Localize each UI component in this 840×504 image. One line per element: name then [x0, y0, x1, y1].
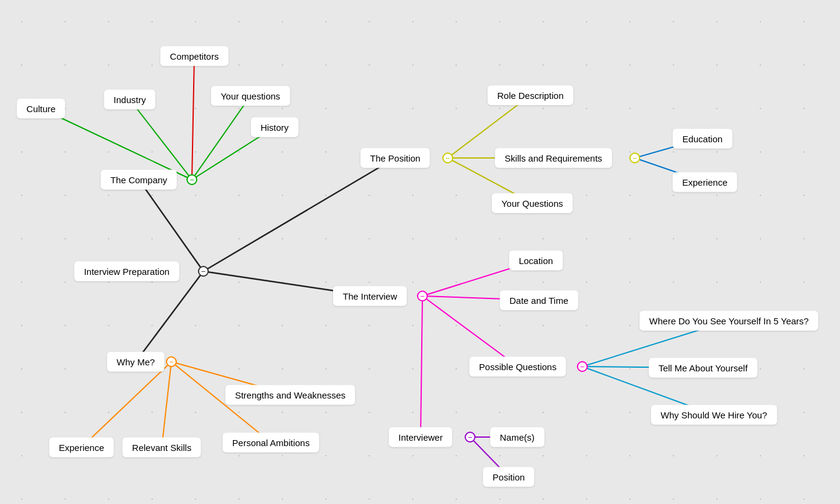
role-description-node[interactable]: Role Description: [488, 86, 573, 106]
interviewer-node[interactable]: Interviewer: [389, 427, 452, 447]
names-node[interactable]: Name(s): [490, 427, 544, 447]
svg-line-23: [81, 362, 171, 447]
where-5years-node[interactable]: Where Do You See Yourself In 5 Years?: [640, 311, 818, 331]
svg-line-1: [203, 158, 395, 271]
strengths-weaknesses-node[interactable]: Strengths and Weaknesses: [225, 385, 355, 405]
interviewer-collapse-dot[interactable]: [465, 432, 476, 443]
history-node[interactable]: History: [251, 118, 299, 137]
svg-line-5: [130, 99, 192, 180]
skills-requirements-node[interactable]: Skills and Requirements: [495, 148, 612, 168]
the-interview-node[interactable]: The Interview: [333, 286, 407, 306]
why-hire-node[interactable]: Why Should We Hire You?: [651, 405, 777, 425]
the-company-node[interactable]: The Company: [101, 170, 177, 190]
position-interviewer-node[interactable]: Position: [483, 467, 534, 487]
possible-questions-node[interactable]: Possible Questions: [469, 357, 566, 377]
experience-whyme-node[interactable]: Experience: [49, 438, 113, 458]
relevant-skills-node[interactable]: Relevant Skills: [122, 438, 201, 458]
location-node[interactable]: Location: [509, 251, 563, 271]
date-time-node[interactable]: Date and Time: [500, 291, 578, 310]
svg-line-17: [421, 296, 422, 437]
svg-line-7: [192, 96, 250, 180]
whyme-collapse-dot[interactable]: [166, 356, 177, 367]
interview-preparation-node[interactable]: Interview Preparation: [74, 262, 179, 282]
center-collapse-dot[interactable]: [198, 266, 209, 277]
svg-line-4: [192, 56, 194, 180]
skills-req-collapse-dot[interactable]: [629, 153, 640, 163]
competitors-node[interactable]: Competitors: [161, 46, 229, 66]
your-questions-company-node[interactable]: Your questions: [211, 86, 290, 106]
tell-me-about-node[interactable]: Tell Me About Yourself: [649, 358, 757, 378]
industry-node[interactable]: Industry: [104, 90, 155, 110]
your-questions-position-node[interactable]: Your Questions: [492, 194, 573, 213]
the-position-node[interactable]: The Position: [360, 148, 430, 168]
interview-collapse-dot[interactable]: [417, 291, 428, 301]
why-me-node[interactable]: Why Me?: [107, 352, 164, 372]
education-node[interactable]: Education: [673, 129, 733, 149]
company-collapse-dot[interactable]: [186, 174, 197, 185]
culture-node[interactable]: Culture: [17, 99, 65, 119]
svg-line-3: [136, 271, 203, 362]
experience-position-node[interactable]: Experience: [672, 172, 737, 192]
personal-ambitions-node[interactable]: Personal Ambitions: [223, 433, 319, 453]
svg-line-0: [139, 180, 203, 271]
svg-line-24: [162, 362, 171, 447]
svg-line-6: [41, 109, 192, 180]
position-collapse-dot[interactable]: [442, 153, 453, 163]
possible-q-collapse-dot[interactable]: [577, 361, 588, 372]
